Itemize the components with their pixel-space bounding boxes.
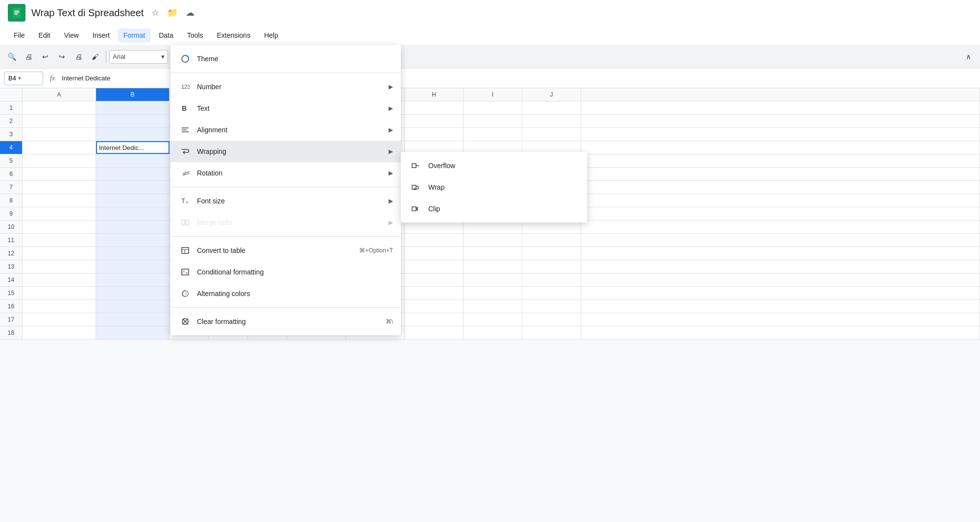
cell-I11[interactable] (464, 234, 522, 247)
cell-A11[interactable] (23, 234, 96, 247)
cell-H12[interactable] (405, 247, 464, 260)
cell-A6[interactable] (23, 168, 96, 180)
row-num-15[interactable]: 15 (0, 287, 23, 299)
submenu-overflow[interactable]: Overflow (401, 155, 587, 176)
row-num-2[interactable]: 2 (0, 115, 23, 127)
row-num-18[interactable]: 18 (0, 326, 23, 339)
star-icon[interactable]: ☆ (149, 5, 161, 20)
row-num-7[interactable]: 7 (0, 181, 23, 194)
col-header-I[interactable]: I (464, 88, 522, 101)
row-num-9[interactable]: 9 (0, 207, 23, 220)
cell-A3[interactable] (23, 128, 96, 141)
cell-A12[interactable] (23, 247, 96, 260)
row-num-14[interactable]: 14 (0, 273, 23, 286)
row-num-5[interactable]: 5 (0, 154, 23, 167)
menu-entry-convert[interactable]: Convert to table ⌘+Option+T (171, 240, 401, 261)
cell-J17[interactable] (522, 313, 581, 326)
menu-file[interactable]: File (8, 28, 31, 42)
format-dropdown-menu[interactable]: Theme 123 Number ▶ B Text ▶ Ali (171, 45, 401, 335)
row-num-6[interactable]: 6 (0, 168, 23, 180)
menu-entry-number[interactable]: 123 Number ▶ (171, 76, 401, 98)
print2-btn[interactable]: 🖨 (71, 49, 86, 65)
collapse-btn[interactable]: ∧ (960, 49, 976, 65)
row-num-17[interactable]: 17 (0, 313, 23, 326)
col-header-J[interactable]: J (522, 88, 581, 101)
menu-insert[interactable]: Insert (87, 28, 116, 42)
col-header-H[interactable]: H (405, 88, 464, 101)
cell-B14[interactable] (96, 273, 170, 286)
menu-entry-wrapping[interactable]: Wrapping ▶ (171, 141, 401, 162)
cell-B11[interactable] (96, 234, 170, 247)
row-num-8[interactable]: 8 (0, 194, 23, 207)
cell-B15[interactable] (96, 287, 170, 299)
menu-format[interactable]: Format (118, 28, 151, 42)
search-btn[interactable]: 🔍 (4, 49, 20, 65)
redo-btn[interactable]: ↪ (54, 49, 70, 65)
row-num-10[interactable]: 10 (0, 221, 23, 233)
cell-B3[interactable] (96, 128, 170, 141)
cell-B9[interactable] (96, 207, 170, 220)
cell-J15[interactable] (522, 287, 581, 299)
cell-A7[interactable] (23, 181, 96, 194)
cell-B16[interactable] (96, 300, 170, 313)
cloud-icon[interactable]: ☁ (184, 5, 196, 20)
menu-entry-rotation[interactable]: abc Rotation ▶ (171, 162, 401, 184)
menu-data[interactable]: Data (153, 28, 179, 42)
cell-B1[interactable] (96, 101, 170, 114)
cell-reference[interactable]: B4 ▾ (4, 72, 43, 85)
cell-B5[interactable] (96, 154, 170, 167)
cell-B7[interactable] (96, 181, 170, 194)
paint-btn[interactable]: 🖌 (87, 49, 103, 65)
cell-J2[interactable] (522, 115, 581, 127)
cell-B4[interactable]: Internet Dedic... (96, 141, 170, 154)
menu-entry-alignment[interactable]: Alignment ▶ (171, 119, 401, 141)
cell-B12[interactable] (96, 247, 170, 260)
row-num-3[interactable]: 3 (0, 128, 23, 141)
cell-A15[interactable] (23, 287, 96, 299)
cell-B6[interactable] (96, 168, 170, 180)
row-num-1[interactable]: 1 (0, 101, 23, 114)
menu-tools[interactable]: Tools (181, 28, 209, 42)
menu-entry-theme[interactable]: Theme (171, 48, 401, 70)
cell-J11[interactable] (522, 234, 581, 247)
cell-H3[interactable] (405, 128, 464, 141)
cell-H13[interactable] (405, 260, 464, 273)
menu-extensions[interactable]: Extensions (211, 28, 256, 42)
cell-A8[interactable] (23, 194, 96, 207)
menu-edit[interactable]: Edit (33, 28, 56, 42)
menu-entry-fontsize[interactable]: T T Font size ▶ (171, 190, 401, 212)
cell-I16[interactable] (464, 300, 522, 313)
col-header-B[interactable]: B (96, 88, 170, 101)
cell-J13[interactable] (522, 260, 581, 273)
cell-J1[interactable] (522, 101, 581, 114)
cell-A5[interactable] (23, 154, 96, 167)
cell-I3[interactable] (464, 128, 522, 141)
cell-B2[interactable] (96, 115, 170, 127)
cell-I14[interactable] (464, 273, 522, 286)
undo-btn[interactable]: ↩ (37, 49, 53, 65)
cell-J3[interactable] (522, 128, 581, 141)
cell-A10[interactable] (23, 221, 96, 233)
cell-A14[interactable] (23, 273, 96, 286)
cell-H16[interactable] (405, 300, 464, 313)
menu-entry-merge[interactable]: Merge cells ▶ (171, 212, 401, 233)
row-num-13[interactable]: 13 (0, 260, 23, 273)
row-num-12[interactable]: 12 (0, 247, 23, 260)
submenu-clip[interactable]: Clip (401, 198, 587, 220)
cell-J18[interactable] (522, 326, 581, 339)
cell-H1[interactable] (405, 101, 464, 114)
cell-A2[interactable] (23, 115, 96, 127)
cell-J12[interactable] (522, 247, 581, 260)
col-header-A[interactable]: A (23, 88, 96, 101)
cell-A1[interactable] (23, 101, 96, 114)
cell-I15[interactable] (464, 287, 522, 299)
cell-J16[interactable] (522, 300, 581, 313)
folder-icon[interactable]: 📁 (165, 5, 180, 20)
menu-view[interactable]: View (58, 28, 85, 42)
menu-entry-alternating[interactable]: Alternating colors (171, 283, 401, 304)
print-btn[interactable]: 🖨 (21, 49, 36, 65)
cell-A17[interactable] (23, 313, 96, 326)
cell-H17[interactable] (405, 313, 464, 326)
font-selector[interactable]: Arial ▾ (109, 50, 168, 64)
cell-A18[interactable] (23, 326, 96, 339)
